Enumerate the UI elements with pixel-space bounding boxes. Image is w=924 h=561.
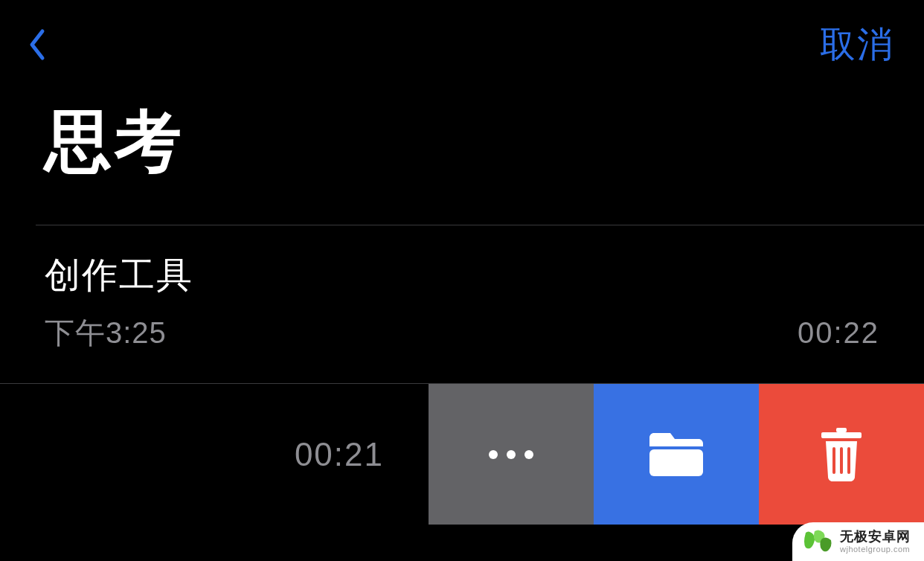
title-section: 思考 — [0, 82, 924, 225]
folder-icon — [649, 433, 703, 476]
swiped-row-content[interactable]: 00:21 — [0, 384, 429, 525]
svg-rect-2 — [821, 432, 862, 438]
recording-duration: 00:22 — [798, 316, 879, 350]
chevron-left-icon — [29, 28, 45, 61]
svg-rect-1 — [836, 428, 847, 432]
svg-rect-0 — [649, 449, 703, 476]
svg-rect-5 — [847, 447, 850, 474]
watermark-logo-icon — [803, 528, 832, 555]
watermark: 无极安卓网 wjhotelgroup.com — [792, 522, 924, 561]
watermark-name: 无极安卓网 — [840, 530, 911, 545]
move-to-folder-button[interactable] — [594, 384, 759, 525]
swipe-actions-row: 00:21 — [0, 383, 924, 525]
recording-title: 创作工具 — [45, 251, 879, 299]
back-button[interactable] — [22, 22, 52, 67]
more-actions-button[interactable] — [429, 384, 594, 525]
svg-rect-4 — [840, 447, 843, 474]
trash-icon — [821, 428, 862, 481]
swiped-row-duration: 00:21 — [295, 436, 384, 473]
watermark-text: 无极安卓网 wjhotelgroup.com — [840, 530, 911, 554]
svg-rect-3 — [832, 447, 835, 474]
delete-button[interactable] — [759, 384, 924, 525]
ellipsis-icon — [489, 450, 533, 459]
header: 取消 — [0, 0, 924, 82]
watermark-url: wjhotelgroup.com — [840, 545, 911, 554]
cancel-button[interactable]: 取消 — [820, 21, 894, 68]
folder-title: 思考 — [45, 97, 924, 187]
recording-timestamp: 下午3:25 — [45, 312, 167, 353]
recording-item[interactable]: 创作工具 下午3:25 00:22 — [0, 225, 924, 383]
recording-meta: 下午3:25 00:22 — [45, 312, 879, 353]
